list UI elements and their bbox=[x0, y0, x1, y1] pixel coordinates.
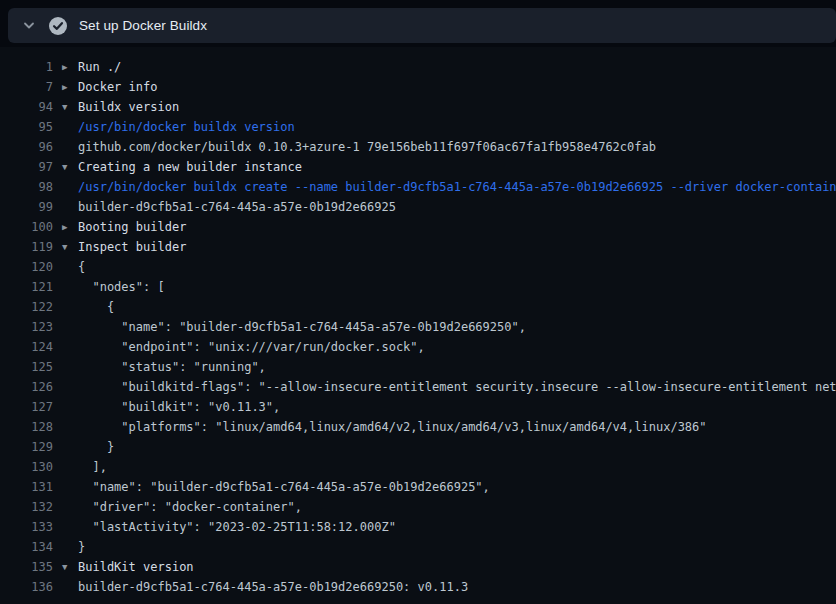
log-text: } bbox=[78, 537, 85, 557]
triangle-down-icon[interactable]: ▼ bbox=[62, 97, 78, 117]
step-title: Set up Docker Buildx bbox=[79, 18, 207, 33]
log-line: 134} bbox=[0, 537, 836, 557]
log-text: ], bbox=[78, 457, 107, 477]
log-text: { bbox=[78, 297, 114, 317]
log-text: "nodes": [ bbox=[78, 277, 165, 297]
triangle-right-icon[interactable]: ▶ bbox=[62, 57, 78, 77]
log-line: 123 "name": "builder-d9cfb5a1-c764-445a-… bbox=[0, 317, 836, 337]
gutter-spacer bbox=[62, 317, 78, 337]
line-number[interactable]: 133 bbox=[0, 517, 53, 537]
line-number[interactable]: 100 bbox=[0, 217, 53, 237]
gutter-spacer bbox=[62, 297, 78, 317]
log-line: 130 ], bbox=[0, 457, 836, 477]
log-group-title: Inspect builder bbox=[78, 237, 186, 257]
gutter-spacer bbox=[62, 517, 78, 537]
gutter-spacer bbox=[62, 277, 78, 297]
log-line: 132 "driver": "docker-container", bbox=[0, 497, 836, 517]
line-number[interactable]: 128 bbox=[0, 417, 53, 437]
log-line: 120{ bbox=[0, 257, 836, 277]
log-text: "buildkitd-flags": "--allow-insecure-ent… bbox=[78, 377, 836, 397]
log-text: "endpoint": "unix:///var/run/docker.sock… bbox=[78, 337, 425, 357]
gutter-spacer bbox=[62, 377, 78, 397]
line-number[interactable]: 122 bbox=[0, 297, 53, 317]
triangle-down-icon[interactable]: ▼ bbox=[62, 157, 78, 177]
line-number[interactable]: 97 bbox=[0, 157, 53, 177]
log-line: 136builder-d9cfb5a1-c764-445a-a57e-0b19d… bbox=[0, 577, 836, 597]
log-group-line[interactable]: 135▼BuildKit version bbox=[0, 557, 836, 577]
chevron-down-icon[interactable] bbox=[22, 19, 36, 33]
log-text: github.com/docker/buildx 0.10.3+azure-1 … bbox=[78, 137, 656, 157]
log-group-line[interactable]: 100▶Booting builder bbox=[0, 217, 836, 237]
log-text: "platforms": "linux/amd64,linux/amd64/v2… bbox=[78, 417, 707, 437]
log-group-title: BuildKit version bbox=[78, 557, 194, 577]
line-number[interactable]: 132 bbox=[0, 497, 53, 517]
triangle-down-icon[interactable]: ▼ bbox=[62, 557, 78, 577]
log-group-line[interactable]: 1▶Run ./ bbox=[0, 57, 836, 77]
line-number[interactable]: 7 bbox=[0, 77, 53, 97]
gutter-spacer bbox=[62, 497, 78, 517]
log-group-line[interactable]: 94▼Buildx version bbox=[0, 97, 836, 117]
gutter-spacer bbox=[62, 337, 78, 357]
log-line: 99builder-d9cfb5a1-c764-445a-a57e-0b19d2… bbox=[0, 197, 836, 217]
log-text: } bbox=[78, 437, 114, 457]
log-group-line[interactable]: 7▶Docker info bbox=[0, 77, 836, 97]
step-header[interactable]: Set up Docker Buildx bbox=[8, 8, 836, 43]
line-number[interactable]: 134 bbox=[0, 537, 53, 557]
line-number[interactable]: 120 bbox=[0, 257, 53, 277]
log-line: 125 "status": "running", bbox=[0, 357, 836, 377]
log-line: 95/usr/bin/docker buildx version bbox=[0, 117, 836, 137]
gutter-spacer bbox=[62, 457, 78, 477]
gutter-spacer bbox=[62, 577, 78, 597]
line-number[interactable]: 125 bbox=[0, 357, 53, 377]
log-group-line[interactable]: 119▼Inspect builder bbox=[0, 237, 836, 257]
line-number[interactable]: 119 bbox=[0, 237, 53, 257]
log-group-title: Creating a new builder instance bbox=[78, 157, 302, 177]
triangle-right-icon[interactable]: ▶ bbox=[62, 217, 78, 237]
gutter-spacer bbox=[62, 117, 78, 137]
log-group-title: Buildx version bbox=[78, 97, 179, 117]
log-text: builder-d9cfb5a1-c764-445a-a57e-0b19d2e6… bbox=[78, 577, 468, 597]
log-group-title: Run ./ bbox=[78, 57, 121, 77]
log-text: "name": "builder-d9cfb5a1-c764-445a-a57e… bbox=[78, 317, 526, 337]
log-command-text: /usr/bin/docker buildx create --name bui… bbox=[78, 177, 836, 197]
line-number[interactable]: 124 bbox=[0, 337, 53, 357]
log-command-text: /usr/bin/docker buildx version bbox=[78, 117, 295, 137]
log-text: { bbox=[78, 257, 85, 277]
log-text: "lastActivity": "2023-02-25T11:58:12.000… bbox=[78, 517, 396, 537]
gutter-spacer bbox=[62, 437, 78, 457]
line-number[interactable]: 123 bbox=[0, 317, 53, 337]
line-number[interactable]: 121 bbox=[0, 277, 53, 297]
triangle-right-icon[interactable]: ▶ bbox=[62, 77, 78, 97]
triangle-down-icon[interactable]: ▼ bbox=[62, 237, 78, 257]
log-text: builder-d9cfb5a1-c764-445a-a57e-0b19d2e6… bbox=[78, 197, 396, 217]
line-number[interactable]: 1 bbox=[0, 57, 53, 77]
line-number[interactable]: 99 bbox=[0, 197, 53, 217]
line-number[interactable]: 94 bbox=[0, 97, 53, 117]
line-number[interactable]: 126 bbox=[0, 377, 53, 397]
line-number[interactable]: 95 bbox=[0, 117, 53, 137]
log-line: 127 "buildkit": "v0.11.3", bbox=[0, 397, 836, 417]
log-line: 133 "lastActivity": "2023-02-25T11:58:12… bbox=[0, 517, 836, 537]
log-text: "buildkit": "v0.11.3", bbox=[78, 397, 280, 417]
log-line: 98/usr/bin/docker buildx create --name b… bbox=[0, 177, 836, 197]
log-text: "name": "builder-d9cfb5a1-c764-445a-a57e… bbox=[78, 477, 490, 497]
gutter-spacer bbox=[62, 397, 78, 417]
log-group-line[interactable]: 97▼Creating a new builder instance bbox=[0, 157, 836, 177]
line-number[interactable]: 96 bbox=[0, 137, 53, 157]
log-line: 122 { bbox=[0, 297, 836, 317]
line-number[interactable]: 127 bbox=[0, 397, 53, 417]
line-number[interactable]: 130 bbox=[0, 457, 53, 477]
line-number[interactable]: 131 bbox=[0, 477, 53, 497]
gutter-spacer bbox=[62, 137, 78, 157]
line-number[interactable]: 136 bbox=[0, 577, 53, 597]
log-line: 121 "nodes": [ bbox=[0, 277, 836, 297]
line-number[interactable]: 129 bbox=[0, 437, 53, 457]
log-line: 128 "platforms": "linux/amd64,linux/amd6… bbox=[0, 417, 836, 437]
log-text: "status": "running", bbox=[78, 357, 266, 377]
gutter-spacer bbox=[62, 417, 78, 437]
line-number[interactable]: 135 bbox=[0, 557, 53, 577]
gutter-spacer bbox=[62, 537, 78, 557]
log-line: 96github.com/docker/buildx 0.10.3+azure-… bbox=[0, 137, 836, 157]
gutter-spacer bbox=[62, 257, 78, 277]
line-number[interactable]: 98 bbox=[0, 177, 53, 197]
